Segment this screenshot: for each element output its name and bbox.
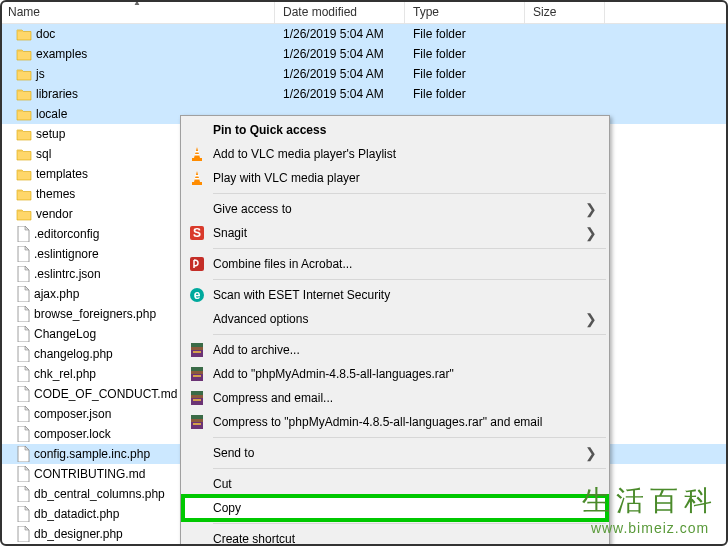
menu-item-label: Compress and email...	[213, 391, 333, 405]
file-name-label: .eslintignore	[34, 247, 99, 261]
context-menu: Pin to Quick accessAdd to VLC media play…	[180, 115, 610, 546]
column-header-type[interactable]: Type	[405, 0, 525, 23]
menu-item-add-to-phpmyadmin-4-8-5-all-languages-rar[interactable]: Add to "phpMyAdmin-4.8.5-all-languages.r…	[183, 362, 607, 386]
file-type-cell: File folder	[405, 67, 525, 81]
watermark-title: 生活百科	[582, 482, 718, 520]
file-icon	[16, 266, 30, 282]
file-row[interactable]: doc1/26/2019 5:04 AMFile folder	[0, 24, 728, 44]
blank-icon	[187, 498, 207, 518]
file-type-cell: File folder	[405, 27, 525, 41]
file-icon	[16, 526, 30, 542]
file-icon	[16, 226, 30, 242]
rar-icon	[187, 388, 207, 408]
menu-item-combine-files-in-acrobat[interactable]: Combine files in Acrobat...	[183, 252, 607, 276]
file-icon	[16, 286, 30, 302]
column-header-name[interactable]: Name ▲	[0, 0, 275, 23]
menu-item-label: Scan with ESET Internet Security	[213, 288, 390, 302]
menu-item-add-to-archive[interactable]: Add to archive...	[183, 338, 607, 362]
vlc-icon	[187, 168, 207, 188]
file-name-label: sql	[36, 147, 51, 161]
file-date-cell: 1/26/2019 5:04 AM	[275, 27, 405, 41]
file-icon	[16, 326, 30, 342]
file-name-label: composer.json	[34, 407, 111, 421]
folder-icon	[16, 88, 32, 101]
menu-separator	[213, 523, 606, 524]
file-name-label: setup	[36, 127, 65, 141]
file-name-label: libraries	[36, 87, 78, 101]
file-name-label: composer.lock	[34, 427, 111, 441]
file-row[interactable]: examples1/26/2019 5:04 AMFile folder	[0, 44, 728, 64]
blank-icon	[187, 120, 207, 140]
blank-icon	[187, 309, 207, 329]
menu-item-scan-with-eset-internet-security[interactable]: Scan with ESET Internet Security	[183, 283, 607, 307]
menu-item-label: Play with VLC media player	[213, 171, 360, 185]
file-icon	[16, 246, 30, 262]
menu-item-label: Advanced options	[213, 312, 308, 326]
blank-icon	[187, 443, 207, 463]
folder-icon	[16, 68, 32, 81]
column-header-size[interactable]: Size	[525, 0, 605, 23]
file-name-label: CONTRIBUTING.md	[34, 467, 145, 481]
file-name-label: doc	[36, 27, 55, 41]
file-icon	[16, 446, 30, 462]
file-icon	[16, 406, 30, 422]
column-header-label: Date modified	[283, 5, 357, 19]
file-name-label: examples	[36, 47, 87, 61]
file-date-cell: 1/26/2019 5:04 AM	[275, 87, 405, 101]
file-icon	[16, 306, 30, 322]
vlc-icon	[187, 144, 207, 164]
file-name-label: templates	[36, 167, 88, 181]
file-type-cell: File folder	[405, 87, 525, 101]
submenu-arrow-icon: ❯	[585, 201, 597, 217]
file-icon	[16, 426, 30, 442]
menu-item-send-to[interactable]: Send to❯	[183, 441, 607, 465]
file-name-label: browse_foreigners.php	[34, 307, 156, 321]
menu-item-label: Send to	[213, 446, 254, 460]
folder-icon	[16, 148, 32, 161]
menu-item-add-to-vlc-media-player-s-playlist[interactable]: Add to VLC media player's Playlist	[183, 142, 607, 166]
file-name-label: db_central_columns.php	[34, 487, 165, 501]
rar-icon	[187, 364, 207, 384]
blank-icon	[187, 199, 207, 219]
column-header-row: Name ▲ Date modified Type Size	[0, 0, 728, 24]
folder-icon	[16, 188, 32, 201]
file-type-cell: File folder	[405, 47, 525, 61]
menu-item-label: Compress to "phpMyAdmin-4.8.5-all-langua…	[213, 415, 542, 429]
menu-item-copy[interactable]: Copy	[183, 496, 607, 520]
file-row[interactable]: js1/26/2019 5:04 AMFile folder	[0, 64, 728, 84]
menu-item-cut[interactable]: Cut	[183, 472, 607, 496]
menu-item-create-shortcut[interactable]: Create shortcut	[183, 527, 607, 546]
menu-item-label: Add to archive...	[213, 343, 300, 357]
rar-icon	[187, 412, 207, 432]
menu-item-label: Add to "phpMyAdmin-4.8.5-all-languages.r…	[213, 367, 454, 381]
file-name-cell: examples	[0, 47, 275, 61]
menu-item-label: Give access to	[213, 202, 292, 216]
file-date-cell: 1/26/2019 5:04 AM	[275, 47, 405, 61]
menu-item-compress-and-email[interactable]: Compress and email...	[183, 386, 607, 410]
menu-item-advanced-options[interactable]: Advanced options❯	[183, 307, 607, 331]
menu-item-label: Snagit	[213, 226, 247, 240]
watermark-url: www.bimeiz.com	[582, 520, 718, 536]
submenu-arrow-icon: ❯	[585, 225, 597, 241]
file-row[interactable]: libraries1/26/2019 5:04 AMFile folder	[0, 84, 728, 104]
file-name-label: db_datadict.php	[34, 507, 119, 521]
menu-item-pin-to-quick-access[interactable]: Pin to Quick access	[183, 118, 607, 142]
column-header-label: Size	[533, 5, 556, 19]
eset-icon	[187, 285, 207, 305]
menu-item-give-access-to[interactable]: Give access to❯	[183, 197, 607, 221]
menu-item-label: Create shortcut	[213, 532, 295, 546]
menu-separator	[213, 193, 606, 194]
file-icon	[16, 366, 30, 382]
file-date-cell: 1/26/2019 5:04 AM	[275, 67, 405, 81]
folder-icon	[16, 108, 32, 121]
acrobat-icon	[187, 254, 207, 274]
menu-item-label: Cut	[213, 477, 232, 491]
file-name-label: .editorconfig	[34, 227, 99, 241]
menu-item-play-with-vlc-media-player[interactable]: Play with VLC media player	[183, 166, 607, 190]
watermark: 生活百科 www.bimeiz.com	[582, 482, 718, 536]
menu-item-compress-to-phpmyadmin-4-8-5-all-languages-rar-and-email[interactable]: Compress to "phpMyAdmin-4.8.5-all-langua…	[183, 410, 607, 434]
file-icon	[16, 486, 30, 502]
file-name-label: .eslintrc.json	[34, 267, 101, 281]
column-header-date[interactable]: Date modified	[275, 0, 405, 23]
menu-item-snagit[interactable]: Snagit❯	[183, 221, 607, 245]
